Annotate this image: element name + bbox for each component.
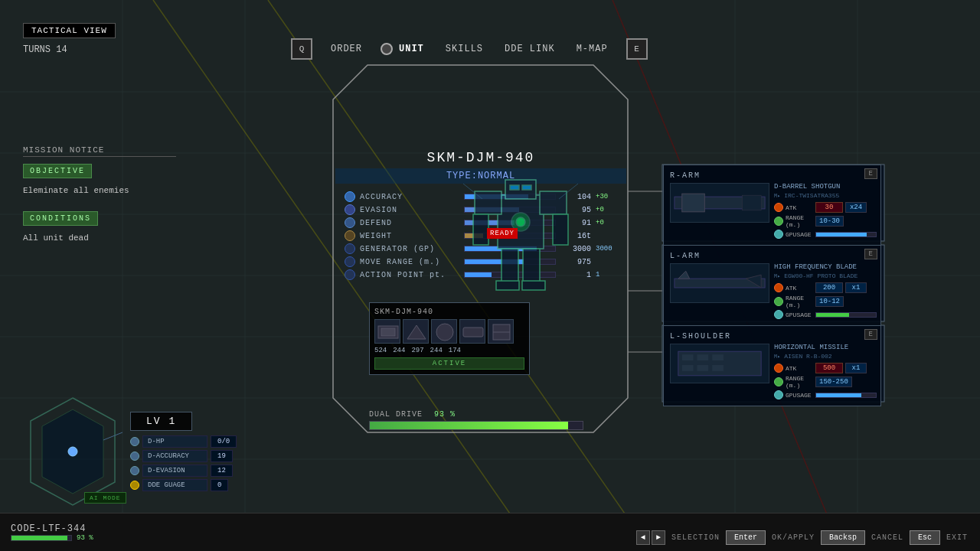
- tab-dde-link[interactable]: DDE LINK: [501, 42, 558, 56]
- accuracy-icon: [345, 191, 355, 202]
- l-arm-atk-value: 200: [815, 282, 843, 293]
- equip-slot-3[interactable]: [431, 319, 457, 344]
- accuracy-value: 104: [560, 193, 591, 201]
- generator-label: GENERATOR (GP): [360, 245, 459, 253]
- l-shoulder-gp-label: GPUSAGE: [786, 392, 813, 399]
- code-bar: [11, 535, 72, 541]
- r-arm-gp-label: GPUSAGE: [786, 231, 813, 238]
- l-arm-edit-btn[interactable]: E: [864, 249, 877, 259]
- tab-mmap[interactable]: M-MAP: [573, 42, 611, 56]
- l-arm-atk-icon: [774, 283, 783, 292]
- pilot-stats-container: LV 1 D-HP 0/0 D-ACCURACY 19 D-EVASION 12…: [130, 412, 306, 491]
- svg-rect-39: [381, 328, 395, 336]
- evasion-value: 95: [560, 206, 591, 214]
- accuracy-bar: [464, 194, 556, 200]
- l-arm-atk-mult: x1: [845, 282, 867, 293]
- r-arm-weapon-img: [670, 183, 769, 223]
- defend-bar-fill: [465, 220, 514, 225]
- enter-key[interactable]: Enter: [726, 530, 766, 545]
- arrow-right-key[interactable]: ►: [652, 530, 665, 545]
- pilot-dde-row: DDE GUAGE 0: [130, 479, 306, 491]
- l-arm-range-row: RANGE (m.) 10-12: [774, 295, 877, 308]
- r-arm-range-row: RANGE (m.) 10-30: [774, 214, 877, 228]
- action-bar-fill: [465, 272, 492, 277]
- objective-text: Eleminate all enemies: [23, 183, 176, 198]
- backsp-key[interactable]: Backsp: [821, 530, 865, 545]
- svg-marker-40: [407, 325, 426, 339]
- tab-unit[interactable]: UNIT: [381, 42, 427, 56]
- bottom-actions: ◄ ► SELECTION Enter OK/APPLY Backsp CANC…: [624, 524, 980, 551]
- mission-notice-header: MISSION NOTICE: [23, 145, 176, 157]
- svg-rect-55: [682, 365, 694, 371]
- ok-label: OK/APPLY: [772, 533, 815, 542]
- arrow-left-key[interactable]: ◄: [636, 530, 650, 545]
- equip-slot-5[interactable]: [488, 319, 514, 344]
- r-arm-weapon-name: D-BARREL SHOTGUN: [774, 183, 877, 191]
- pilot-dde-label: DDE GUAGE: [142, 479, 207, 491]
- l-shoulder-gpusage-row: GPUSAGE: [774, 390, 877, 399]
- tab-skills[interactable]: SKILLS: [443, 42, 486, 56]
- turns-counter: TURNS 14: [23, 44, 67, 55]
- defend-bonus: +0: [596, 219, 617, 227]
- svg-rect-47: [743, 195, 762, 210]
- evasion-bar: [464, 207, 556, 213]
- l-arm-weapon-img: [670, 263, 769, 303]
- pilot-hp-value: 0/0: [211, 435, 237, 448]
- nav-left-button[interactable]: Q: [291, 38, 312, 60]
- evasion-label: EVASION: [360, 206, 459, 214]
- pilot-accuracy-row: D-ACCURACY 19: [130, 450, 306, 462]
- dual-drive-label: DUAL DRIVE 93 %: [369, 410, 583, 419]
- svg-rect-56: [697, 365, 708, 371]
- l-shoulder-range-icon: [774, 377, 783, 386]
- l-shoulder-edit-btn[interactable]: E: [864, 329, 877, 340]
- l-shoulder-range-row: RANGE (m.) 150-250: [774, 375, 877, 389]
- tab-order[interactable]: ORDER: [328, 42, 365, 56]
- r-arm-gp-fill: [816, 233, 867, 236]
- r-arm-gp-icon: [774, 230, 783, 239]
- l-shoulder-gp-fill: [816, 393, 861, 397]
- svg-point-41: [436, 324, 453, 341]
- code-bar-pct: 93 %: [77, 534, 93, 542]
- l-shoulder-range-value: 150-250: [815, 377, 852, 387]
- equip-slot-1[interactable]: [374, 319, 400, 344]
- weight-icon: [345, 230, 355, 241]
- nav-tabs-container: Q ORDER UNIT SKILLS DDE LINK M-MAP E: [291, 38, 648, 60]
- r-arm-range-value: 10-30: [815, 216, 844, 227]
- l-shoulder-range-label: RANGE (m.): [786, 375, 813, 389]
- r-arm-atk-value: 30: [815, 202, 843, 213]
- action-bar: [464, 272, 556, 278]
- bottom-bar: CODE-LTF-344 93 % ◄ ► SELECTION Enter OK…: [0, 513, 980, 551]
- defend-label: DEFEND: [360, 219, 459, 227]
- unit-circle-icon: [381, 43, 393, 55]
- l-arm-range-icon: [774, 297, 783, 306]
- r-arm-edit-btn[interactable]: E: [864, 168, 877, 179]
- r-arm-range-label: RANGE (m.): [786, 214, 813, 228]
- r-arm-weapon-info: D-BARREL SHOTGUN M▸ IRC-TWISATRA355 ATK …: [774, 183, 877, 239]
- esc-key[interactable]: Esc: [910, 530, 940, 545]
- l-arm-title: L-ARM: [670, 252, 874, 260]
- equip-slot-4[interactable]: [459, 319, 485, 344]
- l-shoulder-panel: E L-SHOULDER HORIZONTAL MISSILE M▸ AISEN…: [663, 325, 881, 406]
- svg-rect-46: [682, 194, 705, 212]
- equip-slot-2[interactable]: [403, 319, 429, 344]
- equipment-panel: SKM-DJM-940 524 244 297 244 174 ACTIVE: [369, 302, 530, 375]
- l-arm-gp-fill: [816, 313, 849, 317]
- equip-icons-row: [374, 319, 524, 344]
- pilot-dde-icon: [130, 481, 139, 490]
- l-arm-weapon-name: HIGH FREQUENCY BLADE: [774, 263, 877, 271]
- defend-bar: [464, 220, 556, 226]
- pilot-hp-label: D-HP: [142, 435, 207, 448]
- nav-right-button[interactable]: E: [626, 38, 648, 60]
- pilot-eva-icon: [130, 466, 139, 475]
- evasion-bar-fill: [465, 207, 519, 212]
- svg-rect-57: [712, 365, 724, 371]
- code-display: CODE-LTF-344: [11, 523, 93, 534]
- svg-point-60: [68, 447, 77, 456]
- stat-weight: WEIGHT 16t: [345, 230, 617, 241]
- move-bar-fill: [465, 259, 524, 264]
- l-arm-range-value: 10-12: [815, 296, 844, 307]
- action-icon: [345, 269, 355, 280]
- l-arm-gp-bar: [815, 312, 877, 318]
- equip-values-row: 524 244 297 244 174: [374, 347, 524, 354]
- exit-label: EXIT: [946, 533, 968, 542]
